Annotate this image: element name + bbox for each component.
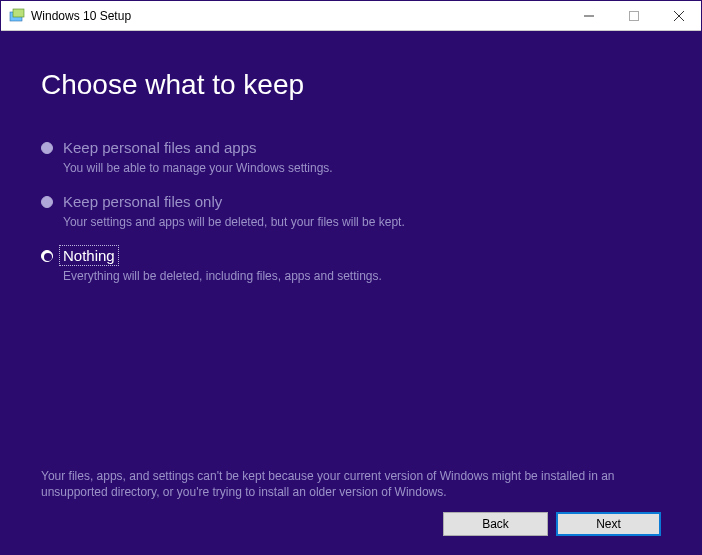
button-row: Back Next — [41, 512, 661, 536]
window-controls — [566, 1, 701, 30]
page-title: Choose what to keep — [41, 69, 661, 101]
footnote: Your files, apps, and settings can't be … — [41, 468, 661, 512]
options-group: Keep personal files and apps You will be… — [41, 139, 661, 283]
back-button[interactable]: Back — [443, 512, 548, 536]
minimize-button[interactable] — [566, 1, 611, 30]
option-description: You will be able to manage your Windows … — [63, 161, 661, 175]
svg-rect-3 — [629, 11, 638, 20]
option-description: Your settings and apps will be deleted, … — [63, 215, 661, 229]
app-icon — [9, 8, 25, 24]
radio-icon — [41, 196, 53, 208]
radio-icon — [41, 250, 53, 262]
window-title: Windows 10 Setup — [31, 9, 566, 23]
svg-rect-1 — [13, 9, 24, 17]
option-label: Keep personal files and apps — [63, 139, 661, 157]
option-keep-files-only: Keep personal files only Your settings a… — [41, 193, 661, 229]
option-keep-files-apps: Keep personal files and apps You will be… — [41, 139, 661, 175]
option-label: Nothing — [61, 247, 117, 264]
close-button[interactable] — [656, 1, 701, 30]
next-button[interactable]: Next — [556, 512, 661, 536]
option-description: Everything will be deleted, including fi… — [63, 269, 661, 283]
option-label: Keep personal files only — [63, 193, 661, 211]
titlebar: Windows 10 Setup — [1, 1, 701, 31]
maximize-button[interactable] — [611, 1, 656, 30]
main-content: Choose what to keep Keep personal files … — [1, 31, 701, 554]
radio-icon — [41, 142, 53, 154]
option-nothing[interactable]: Nothing Everything will be deleted, incl… — [41, 247, 661, 283]
